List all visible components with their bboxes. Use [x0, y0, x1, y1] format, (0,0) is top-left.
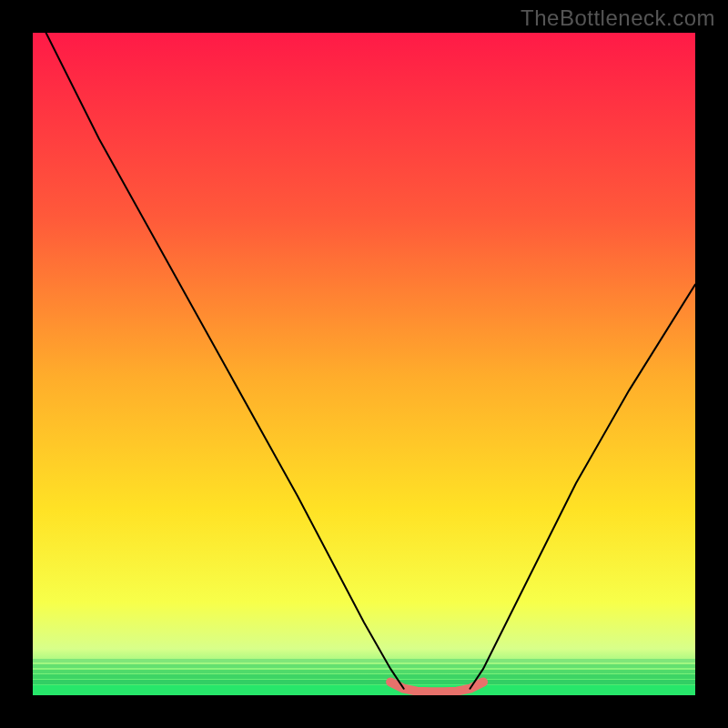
watermark-text: TheBottleneck.com [521, 5, 715, 31]
chart-stage: TheBottleneck.com [0, 0, 728, 728]
plot-area [33, 33, 695, 695]
curve-left [46, 33, 404, 689]
trough-marker [390, 682, 483, 692]
curve-right [470, 285, 695, 689]
curve-svg [33, 33, 695, 695]
